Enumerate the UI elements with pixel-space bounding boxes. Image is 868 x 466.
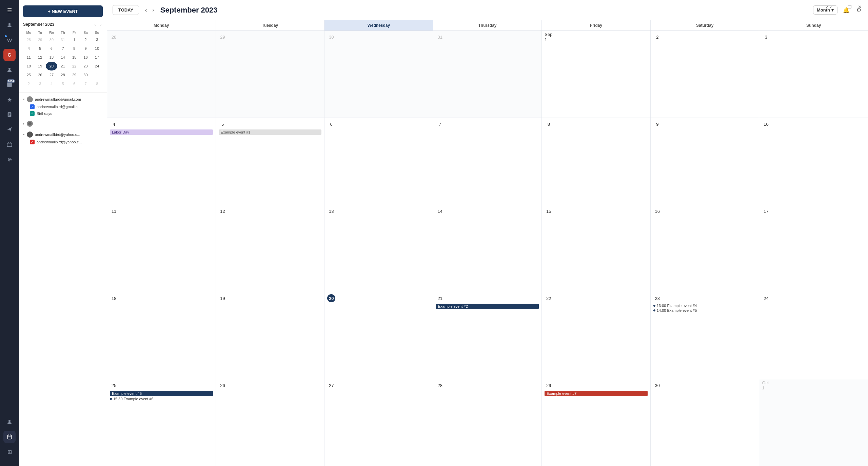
account-header[interactable]: ▾andrewmailbird@gmail.com	[23, 95, 103, 103]
calendar-cell[interactable]: 27	[324, 379, 433, 466]
calendar-cell[interactable]: 2313:00 Example event #414:00 Example ev…	[651, 292, 760, 379]
new-event-button[interactable]: + NEW EVENT	[23, 5, 103, 17]
event-pill[interactable]: Labor Day	[110, 129, 213, 135]
mini-cal-day[interactable]: 5	[57, 79, 69, 88]
mini-cal-day[interactable]: 4	[23, 44, 35, 53]
mini-cal-day[interactable]: 12	[35, 53, 46, 62]
mini-cal-day[interactable]: 5	[35, 44, 46, 53]
calendar-bottom-sidebar-icon[interactable]	[3, 431, 16, 443]
mini-cal-day[interactable]: 7	[57, 44, 69, 53]
maximize-control[interactable]: ❐	[847, 3, 853, 11]
calendar-cell[interactable]: 10	[759, 118, 868, 205]
calendar-cell[interactable]: 30	[651, 379, 760, 466]
mini-cal-day[interactable]: 1	[91, 70, 103, 79]
send-sidebar-icon[interactable]	[3, 123, 16, 136]
mini-cal-day[interactable]: 31	[57, 35, 69, 44]
mini-cal-day[interactable]: 8	[91, 79, 103, 88]
mini-cal-day[interactable]: 2	[80, 35, 92, 44]
mini-cal-day[interactable]: 17	[91, 53, 103, 62]
event-pill[interactable]: Example event #7	[545, 391, 648, 396]
calendar-cell[interactable]: 13	[324, 205, 433, 292]
calendar-cell[interactable]: 22	[542, 292, 651, 379]
w-app-sidebar-icon[interactable]: W	[3, 34, 16, 46]
calendar-checkbox[interactable]: ✓	[30, 140, 35, 144]
calendar-cell[interactable]: 2	[651, 31, 760, 118]
bag-sidebar-icon[interactable]	[3, 138, 16, 150]
mini-cal-day[interactable]: 16	[80, 53, 92, 62]
mini-cal-day[interactable]: 18	[23, 62, 35, 70]
calendar-cell[interactable]: 28	[107, 31, 216, 118]
checkmark-control[interactable]: ✓✓	[824, 3, 834, 11]
hamburger-menu-icon[interactable]: ☰	[3, 4, 16, 16]
mini-cal-day[interactable]: 2	[23, 79, 35, 88]
mini-cal-day[interactable]: 13	[46, 53, 57, 62]
mini-cal-day[interactable]: 23	[80, 62, 92, 70]
mini-cal-day[interactable]: 22	[68, 62, 80, 70]
mini-cal-day[interactable]: 3	[35, 79, 46, 88]
calendar-cell[interactable]: 25Example event #515:30 Example event #6	[107, 379, 216, 466]
mini-cal-day[interactable]: 7	[80, 79, 92, 88]
mini-cal-day[interactable]: 29	[68, 70, 80, 79]
close-control[interactable]: ✕	[857, 3, 863, 11]
calendar-cell[interactable]: 18	[107, 292, 216, 379]
next-month-button[interactable]: ›	[150, 6, 156, 15]
calendar-cell[interactable]: 21Example event #2	[433, 292, 542, 379]
calendar-cell[interactable]: 4Labor Day	[107, 118, 216, 205]
mini-cal-day[interactable]: 24	[91, 62, 103, 70]
mini-cal-day[interactable]: 27	[46, 70, 57, 79]
calendar-item[interactable]: ✓andrewmailbird@yahoo.c...	[23, 139, 103, 145]
calendar-cell[interactable]: 8	[542, 118, 651, 205]
calendar-cell[interactable]: 28	[433, 379, 542, 466]
calendar-cell[interactable]: 19	[216, 292, 325, 379]
mini-cal-prev[interactable]: ‹	[93, 21, 97, 27]
calendar-cell[interactable]: 17	[759, 205, 868, 292]
mini-cal-day[interactable]: 14	[57, 53, 69, 62]
minimize-control[interactable]: −	[838, 3, 843, 11]
prev-month-button[interactable]: ‹	[143, 6, 149, 15]
mini-cal-day[interactable]: 6	[46, 44, 57, 53]
mini-cal-day[interactable]: 25	[23, 70, 35, 79]
badge-sidebar-icon[interactable]: 1684	[3, 79, 16, 91]
calendar-item[interactable]: ✓Birthdays	[23, 110, 103, 117]
mini-cal-day[interactable]: 10	[91, 44, 103, 53]
event-pill[interactable]: Example event #5	[110, 391, 213, 396]
docs-sidebar-icon[interactable]	[3, 108, 16, 121]
star-sidebar-icon[interactable]: ★	[3, 94, 16, 106]
mini-cal-day[interactable]: 28	[23, 35, 35, 44]
user-app-sidebar-icon[interactable]	[3, 64, 16, 76]
mini-cal-day[interactable]: 20	[46, 62, 57, 70]
calendar-cell[interactable]: 11	[107, 205, 216, 292]
calendar-cell[interactable]: 16	[651, 205, 760, 292]
calendar-cell[interactable]: 31	[433, 31, 542, 118]
user-bottom-sidebar-icon[interactable]	[3, 416, 16, 428]
calendar-cell[interactable]: 6	[324, 118, 433, 205]
mini-cal-day[interactable]: 4	[46, 79, 57, 88]
plus-sidebar-icon[interactable]: ⊕	[3, 153, 16, 165]
calendar-cell[interactable]: 24	[759, 292, 868, 379]
account-header[interactable]: ▾andrewmailbird@yahoo.c...	[23, 130, 103, 139]
calendar-cell[interactable]: 20	[324, 292, 433, 379]
calendar-cell[interactable]: 9	[651, 118, 760, 205]
calendar-item[interactable]: ✓andrewmailbird@gmail.c...	[23, 103, 103, 110]
calendar-cell[interactable]: 12	[216, 205, 325, 292]
g-app-sidebar-icon[interactable]: G	[3, 49, 16, 61]
mini-cal-day[interactable]: 6	[68, 79, 80, 88]
calendar-cell[interactable]: 30	[324, 31, 433, 118]
event-dot-item[interactable]: 15:30 Example event #6	[110, 397, 213, 401]
calendar-cell[interactable]: Sep 1	[542, 31, 651, 118]
mini-cal-day[interactable]: 9	[80, 44, 92, 53]
event-pill[interactable]: Example event #2	[436, 304, 539, 309]
contacts-sidebar-icon[interactable]	[3, 19, 16, 31]
calendar-cell[interactable]: 29Example event #7	[542, 379, 651, 466]
mini-cal-day[interactable]: 19	[35, 62, 46, 70]
mini-cal-day[interactable]: 30	[80, 70, 92, 79]
calendar-cell[interactable]: 14	[433, 205, 542, 292]
calendar-cell[interactable]: 26	[216, 379, 325, 466]
event-dot-item[interactable]: 13:00 Example event #4	[653, 304, 756, 308]
mini-cal-day[interactable]: 26	[35, 70, 46, 79]
mini-cal-day[interactable]: 8	[68, 44, 80, 53]
calendar-checkbox[interactable]: ✓	[30, 104, 35, 109]
mini-cal-day[interactable]: 28	[57, 70, 69, 79]
calendar-cell[interactable]: Oct 1	[759, 379, 868, 466]
calendar-cell[interactable]: 15	[542, 205, 651, 292]
